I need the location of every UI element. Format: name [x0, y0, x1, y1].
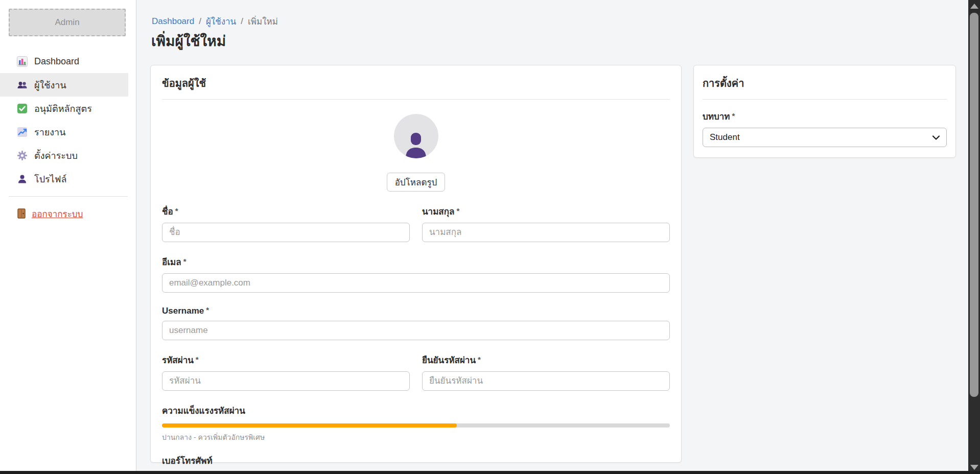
password-strength-hint: ปานกลาง - ควรเพิ่มตัวอักษรพิเศษ — [162, 432, 670, 443]
email-label: อีเมล* — [162, 255, 670, 269]
role-label: บทบาท* — [703, 109, 947, 123]
sidebar-item-label: โปรไฟล์ — [34, 172, 67, 186]
password-strength-label: ความแข็งแรงรหัสผ่าน — [162, 404, 670, 417]
scrollbar-down-arrow-icon[interactable] — [970, 465, 978, 470]
password-label: รหัสผ่าน* — [162, 353, 410, 367]
breadcrumb-link-dashboard[interactable]: Dashboard — [152, 16, 194, 27]
breadcrumb-separator: / — [241, 16, 243, 27]
user-card-title: ข้อมูลผู้ใช้ — [162, 65, 670, 100]
user-info-card: ข้อมูลผู้ใช้ อัปโหลดรูป ชื่อ* นามสกุล* — [150, 65, 682, 463]
bar-chart-icon — [17, 56, 28, 67]
required-asterisk: * — [175, 206, 178, 215]
last-name-input[interactable] — [422, 223, 670, 242]
password-input[interactable] — [162, 371, 410, 391]
required-asterisk: * — [732, 111, 735, 120]
window-bottom-edge — [0, 471, 980, 474]
check-icon — [17, 103, 28, 114]
sidebar-item-users[interactable]: ผู้ใช้งาน — [0, 73, 128, 97]
password-field-group: รหัสผ่าน* — [162, 353, 410, 391]
sidebar-item-label: ตั้งค่าระบบ — [34, 148, 78, 163]
breadcrumb-current: เพิ่มใหม่ — [248, 14, 278, 28]
role-select[interactable]: Student — [703, 128, 947, 147]
confirm-password-label: ยืนยันรหัสผ่าน* — [422, 353, 670, 367]
required-asterisk: * — [196, 355, 199, 364]
sidebar-item-reports[interactable]: รายงาน — [0, 120, 128, 144]
required-asterisk: * — [478, 355, 481, 364]
breadcrumb-link-users[interactable]: ผู้ใช้งาน — [206, 14, 236, 28]
chevron-down-icon — [932, 135, 940, 140]
person-icon — [17, 174, 28, 184]
logout-label: ออกจากระบบ — [32, 207, 83, 221]
sidebar-item-profile[interactable]: โปรไฟล์ — [0, 167, 128, 191]
first-name-label: ชื่อ* — [162, 204, 410, 218]
scrollbar-thumb[interactable] — [970, 13, 978, 397]
sidebar-divider — [9, 196, 128, 197]
gear-icon — [17, 150, 28, 161]
door-icon — [17, 208, 26, 219]
sidebar-item-label: อนุมัติหลักสูตร — [34, 101, 92, 116]
required-asterisk: * — [456, 206, 459, 215]
sidebar-item-label: Dashboard — [34, 56, 79, 67]
line-chart-icon — [17, 127, 28, 137]
username-label: Username* — [162, 305, 670, 316]
settings-card-title: การตั้งค่า — [703, 65, 947, 100]
role-select-value: Student — [710, 132, 740, 143]
users-icon — [17, 80, 28, 90]
upload-photo-button[interactable]: อัปโหลดรูป — [387, 173, 445, 192]
required-asterisk: * — [183, 257, 186, 266]
scrollbar-up-arrow-icon[interactable] — [970, 4, 978, 9]
email-field-group: อีเมล* — [162, 255, 670, 293]
avatar — [394, 114, 438, 158]
person-silhouette-icon — [405, 132, 427, 158]
page-title: เพิ่มผู้ใช้ใหม่ — [151, 30, 226, 52]
sidebar: Admin Dashboard ผู้ใช้งาน — [0, 0, 136, 471]
phone-label: เบอร์โทรศัพท์ — [162, 454, 670, 467]
password-strength-track — [162, 423, 670, 428]
sidebar-item-label: ผู้ใช้งาน — [34, 78, 66, 92]
confirm-password-input[interactable] — [422, 371, 670, 391]
confirm-password-field-group: ยืนยันรหัสผ่าน* — [422, 353, 670, 391]
last-name-label: นามสกุล* — [422, 204, 670, 218]
sidebar-item-dashboard[interactable]: Dashboard — [0, 50, 128, 73]
first-name-input[interactable] — [162, 223, 410, 242]
last-name-field-group: นามสกุล* — [422, 204, 670, 242]
password-strength-bar — [162, 423, 457, 428]
breadcrumb: Dashboard / ผู้ใช้งาน / เพิ่มใหม่ — [152, 14, 278, 28]
sidebar-item-course-approval[interactable]: อนุมัติหลักสูตร — [0, 97, 128, 120]
required-asterisk: * — [206, 305, 209, 314]
password-strength-section: ความแข็งแรงรหัสผ่าน ปานกลาง - ควรเพิ่มตั… — [162, 404, 670, 443]
username-input[interactable] — [162, 321, 670, 340]
brand-logo-placeholder: Admin — [9, 9, 126, 36]
breadcrumb-separator: / — [199, 16, 201, 27]
user-form: ชื่อ* นามสกุล* อีเมล* Use — [162, 204, 670, 474]
sidebar-item-system-settings[interactable]: ตั้งค่าระบบ — [0, 144, 128, 167]
settings-card: การตั้งค่า บทบาท* Student — [693, 65, 956, 158]
first-name-field-group: ชื่อ* — [162, 204, 410, 242]
logout-link[interactable]: ออกจากระบบ — [17, 205, 83, 222]
sidebar-item-label: รายงาน — [34, 125, 66, 139]
window-scrollbar[interactable] — [968, 0, 980, 474]
sidebar-menu: Dashboard ผู้ใช้งาน อนุมัติหลักสูตร — [0, 50, 128, 191]
username-field-group: Username* — [162, 305, 670, 340]
email-input[interactable] — [162, 273, 670, 293]
brand-label: Admin — [55, 17, 79, 28]
